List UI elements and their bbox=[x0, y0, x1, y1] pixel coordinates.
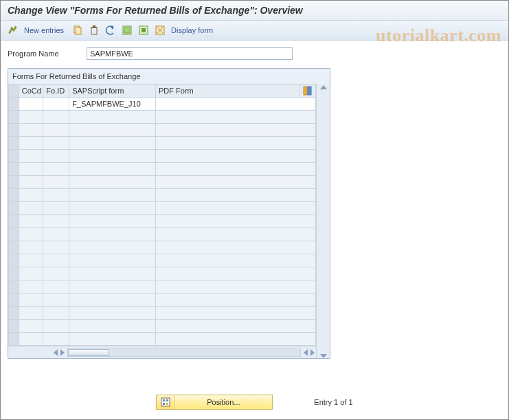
header-cocd[interactable]: CoCd bbox=[19, 85, 43, 98]
cell-sapscript[interactable] bbox=[69, 215, 156, 228]
cell-cocd[interactable] bbox=[19, 228, 43, 241]
table-row[interactable] bbox=[9, 176, 316, 189]
cell-sapscript[interactable] bbox=[69, 176, 156, 189]
cell-foid[interactable] bbox=[43, 267, 69, 280]
row-selector[interactable] bbox=[9, 228, 19, 241]
table-row[interactable] bbox=[9, 333, 316, 346]
delete-icon[interactable] bbox=[87, 23, 101, 37]
table-row[interactable] bbox=[9, 280, 316, 294]
cell-sapscript[interactable] bbox=[69, 189, 156, 202]
cell-cocd[interactable] bbox=[19, 202, 43, 215]
cell-foid[interactable] bbox=[43, 176, 69, 189]
cell-foid[interactable] bbox=[43, 98, 69, 111]
cell-foid[interactable] bbox=[43, 150, 69, 163]
cell-cocd[interactable] bbox=[19, 267, 43, 280]
cell-foid[interactable] bbox=[43, 228, 69, 241]
scroll-right-icon[interactable] bbox=[60, 349, 65, 356]
cell-cocd[interactable] bbox=[19, 137, 43, 150]
cell-cocd[interactable] bbox=[19, 333, 43, 346]
cell-pdf[interactable] bbox=[156, 333, 316, 346]
table-row[interactable] bbox=[9, 307, 316, 320]
table-row[interactable] bbox=[9, 150, 316, 163]
config-column-icon[interactable] bbox=[299, 85, 315, 98]
position-button[interactable]: Position... bbox=[156, 395, 273, 410]
row-selector[interactable] bbox=[9, 111, 19, 124]
cell-pdf[interactable] bbox=[156, 137, 316, 150]
table-row[interactable] bbox=[9, 215, 316, 228]
cell-sapscript[interactable] bbox=[69, 202, 156, 215]
table-row[interactable]: F_SAPMFBWE_J10 bbox=[9, 98, 316, 111]
cell-pdf[interactable] bbox=[156, 320, 316, 333]
cell-cocd[interactable] bbox=[19, 124, 43, 137]
cell-sapscript[interactable] bbox=[69, 320, 156, 333]
cell-sapscript[interactable]: F_SAPMFBWE_J10 bbox=[69, 98, 156, 111]
row-selector[interactable] bbox=[9, 189, 19, 202]
cell-cocd[interactable] bbox=[19, 111, 43, 124]
scroll-up-icon[interactable] bbox=[320, 85, 327, 89]
table-row[interactable] bbox=[9, 163, 316, 176]
row-selector[interactable] bbox=[9, 307, 19, 320]
cell-foid[interactable] bbox=[43, 189, 69, 202]
cell-pdf[interactable] bbox=[156, 307, 316, 320]
cell-pdf[interactable] bbox=[156, 98, 316, 111]
cell-sapscript[interactable] bbox=[69, 294, 156, 307]
cell-foid[interactable] bbox=[43, 111, 69, 124]
cell-pdf[interactable] bbox=[156, 124, 316, 137]
cell-sapscript[interactable] bbox=[69, 280, 156, 294]
table-row[interactable] bbox=[9, 202, 316, 215]
cell-sapscript[interactable] bbox=[69, 111, 156, 124]
cell-pdf[interactable] bbox=[156, 215, 316, 228]
cell-sapscript[interactable] bbox=[69, 163, 156, 176]
row-selector[interactable] bbox=[9, 215, 19, 228]
select-block-icon[interactable] bbox=[137, 23, 150, 37]
cell-sapscript[interactable] bbox=[69, 241, 156, 254]
cell-pdf[interactable] bbox=[156, 267, 316, 280]
table-row[interactable] bbox=[9, 124, 316, 137]
row-selector[interactable] bbox=[9, 124, 19, 137]
cell-foid[interactable] bbox=[43, 307, 69, 320]
cell-pdf[interactable] bbox=[156, 150, 316, 163]
scroll-thumb[interactable] bbox=[68, 349, 109, 356]
cell-sapscript[interactable] bbox=[69, 267, 156, 280]
row-selector[interactable] bbox=[9, 150, 19, 163]
scroll-left-end-icon[interactable] bbox=[304, 349, 308, 356]
table-row[interactable] bbox=[9, 189, 316, 202]
cell-cocd[interactable] bbox=[19, 176, 43, 189]
new-entries-button[interactable]: New entries bbox=[23, 26, 68, 34]
cell-pdf[interactable] bbox=[156, 294, 316, 307]
cell-cocd[interactable] bbox=[19, 98, 43, 111]
program-name-input[interactable] bbox=[87, 47, 293, 60]
row-selector[interactable] bbox=[9, 98, 19, 111]
cell-pdf[interactable] bbox=[156, 228, 316, 241]
cell-cocd[interactable] bbox=[19, 254, 43, 267]
table-row[interactable] bbox=[9, 254, 316, 267]
cell-foid[interactable] bbox=[43, 241, 69, 254]
table-row[interactable] bbox=[9, 111, 316, 124]
scroll-left-icon[interactable] bbox=[54, 349, 58, 356]
cell-pdf[interactable] bbox=[156, 254, 316, 267]
row-selector[interactable] bbox=[9, 267, 19, 280]
cell-cocd[interactable] bbox=[19, 150, 43, 163]
cell-foid[interactable] bbox=[43, 163, 69, 176]
row-selector[interactable] bbox=[9, 241, 19, 254]
header-pdf[interactable]: PDF Form bbox=[156, 85, 300, 98]
row-selector[interactable] bbox=[9, 280, 19, 294]
row-selector[interactable] bbox=[9, 320, 19, 333]
cell-foid[interactable] bbox=[43, 202, 69, 215]
cell-foid[interactable] bbox=[43, 333, 69, 346]
row-selector[interactable] bbox=[9, 163, 19, 176]
table-row[interactable] bbox=[9, 241, 316, 254]
cell-foid[interactable] bbox=[43, 137, 69, 150]
row-selector[interactable] bbox=[9, 333, 19, 346]
table-row[interactable] bbox=[9, 320, 316, 333]
deselect-all-icon[interactable] bbox=[153, 23, 167, 37]
cell-foid[interactable] bbox=[43, 215, 69, 228]
row-selector[interactable] bbox=[9, 294, 19, 307]
table-row[interactable] bbox=[9, 294, 316, 307]
cell-foid[interactable] bbox=[43, 254, 69, 267]
cell-cocd[interactable] bbox=[19, 163, 43, 176]
header-select[interactable] bbox=[9, 85, 19, 98]
select-all-icon[interactable] bbox=[120, 23, 134, 37]
cell-foid[interactable] bbox=[43, 320, 69, 333]
table-row[interactable] bbox=[9, 137, 316, 150]
